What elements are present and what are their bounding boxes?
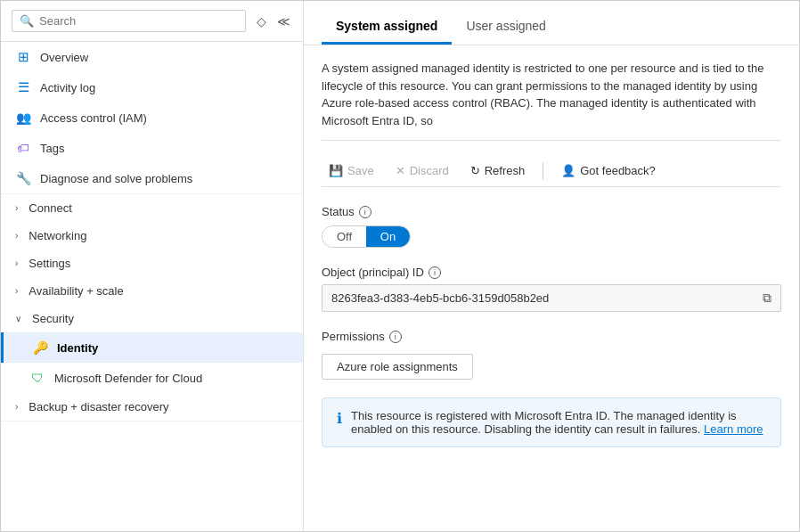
sidebar-item-label: Tags <box>40 142 64 155</box>
status-info-icon[interactable]: i <box>359 206 371 218</box>
toolbar-separator <box>543 162 543 180</box>
sidebar-item-label: Access control (IAM) <box>40 111 147 125</box>
sidebar-item-settings[interactable]: › Settings <box>1 250 303 277</box>
sidebar-actions: ◇ ≪ <box>255 12 292 30</box>
sidebar-item-label: Security <box>32 312 74 325</box>
sidebar-item-overview[interactable]: ⊞ Overview <box>1 42 303 72</box>
sidebar-item-tags[interactable]: 🏷 Tags <box>1 133 303 163</box>
object-id-field: ⧉ <box>322 284 781 312</box>
identity-icon: 🔑 <box>32 340 48 356</box>
feedback-label: Got feedback? <box>580 164 656 177</box>
status-label: Status <box>322 205 355 218</box>
sidebar-item-label: Networking <box>29 229 86 242</box>
info-banner-icon: ℹ <box>337 410 342 427</box>
object-id-label-text: Object (principal) ID <box>322 266 424 279</box>
sidebar-item-diagnose[interactable]: 🔧 Diagnose and solve problems <box>1 163 303 193</box>
permissions-label: Permissions i <box>322 330 781 343</box>
object-id-input[interactable] <box>331 291 755 305</box>
search-input-wrap[interactable]: 🔍 <box>12 10 246 32</box>
search-icon: 🔍 <box>20 14 34 28</box>
discard-icon: ✕ <box>396 164 405 177</box>
toggle-off-option[interactable]: Off <box>322 226 366 247</box>
app-window: 🔍 ◇ ≪ ⊞ Overview ☰ Activity log <box>0 0 800 532</box>
refresh-label: Refresh <box>485 164 526 177</box>
search-bar: 🔍 ◇ ≪ <box>1 1 303 42</box>
object-id-section: Object (principal) ID i ⧉ <box>322 266 781 312</box>
sidebar-item-label: Microsoft Defender for Cloud <box>54 372 202 385</box>
tab-user-assigned[interactable]: User assigned <box>452 12 560 45</box>
sidebar-item-label: Settings <box>29 257 70 270</box>
activity-log-icon: ☰ <box>15 79 31 95</box>
sidebar-item-label: Backup + disaster recovery <box>29 400 168 413</box>
toggle-wrap: Off On <box>322 225 781 248</box>
permissions-label-text: Permissions <box>322 330 385 343</box>
permissions-section: Permissions i Azure role assignments <box>322 330 781 380</box>
sidebar-item-label: Overview <box>40 51 88 64</box>
azure-role-assignments-button[interactable]: Azure role assignments <box>322 354 473 380</box>
content-area: A system assigned managed identity is re… <box>304 45 799 462</box>
nav-section-main: ⊞ Overview ☰ Activity log 👥 Access contr… <box>1 42 303 194</box>
refresh-icon: ↻ <box>470 164 480 177</box>
sidebar-item-security[interactable]: ∨ Security <box>1 305 303 332</box>
chevron-right-icon: › <box>15 402 18 412</box>
refresh-button[interactable]: ↻ Refresh <box>463 160 533 181</box>
discard-button[interactable]: ✕ Discard <box>388 160 456 181</box>
sidebar-item-connect[interactable]: › Connect <box>1 194 303 222</box>
sidebar-item-networking[interactable]: › Networking <box>1 222 303 250</box>
sidebar-item-label: Identity <box>57 341 98 355</box>
chevron-right-icon: › <box>15 203 18 213</box>
chevron-right-icon: › <box>15 258 18 268</box>
discard-label: Discard <box>410 164 449 177</box>
sidebar-item-backup[interactable]: › Backup + disaster recovery <box>1 393 303 421</box>
copy-button[interactable]: ⧉ <box>763 291 771 306</box>
save-label: Save <box>347 164 374 177</box>
tags-icon: 🏷 <box>15 140 31 156</box>
search-input[interactable] <box>39 14 238 28</box>
sidebar-item-identity[interactable]: 🔑 Identity <box>1 332 303 363</box>
sidebar-item-label: Activity log <box>40 81 95 94</box>
info-banner-text: This resource is registered with Microso… <box>351 409 766 436</box>
pin-icon[interactable]: ◇ <box>255 12 268 30</box>
overview-icon: ⊞ <box>15 49 31 65</box>
sidebar-item-label: Diagnose and solve problems <box>40 172 192 185</box>
chevron-down-icon: ∨ <box>15 314 21 323</box>
sidebar-item-label: Connect <box>29 201 71 215</box>
object-id-label: Object (principal) ID i <box>322 266 781 279</box>
defender-icon: 🛡 <box>29 370 45 386</box>
info-banner: ℹ This resource is registered with Micro… <box>322 397 781 447</box>
object-id-info-icon[interactable]: i <box>429 266 441 279</box>
sidebar-item-label: Availability + scale <box>29 284 123 298</box>
save-icon: 💾 <box>329 164 343 177</box>
toggle-on-option[interactable]: On <box>366 226 410 247</box>
learn-more-link[interactable]: Learn more <box>704 422 763 436</box>
tab-system-assigned[interactable]: System assigned <box>322 12 452 45</box>
chevron-right-icon: › <box>15 286 18 296</box>
sidebar-item-iam[interactable]: 👥 Access control (IAM) <box>1 102 303 133</box>
description-text: A system assigned managed identity is re… <box>322 60 781 141</box>
main-content: System assigned User assigned A system a… <box>304 1 799 531</box>
iam-icon: 👥 <box>15 110 31 126</box>
toolbar: 💾 Save ✕ Discard ↻ Refresh 👤 Got feed <box>322 155 781 187</box>
sidebar: 🔍 ◇ ≪ ⊞ Overview ☰ Activity log <box>1 1 304 531</box>
nav-section-expandable: › Connect › Networking › Settings › Avai… <box>1 194 303 422</box>
status-toggle[interactable]: Off On <box>322 225 411 248</box>
permissions-info-icon[interactable]: i <box>389 331 402 343</box>
tabs-bar: System assigned User assigned <box>304 1 799 45</box>
sidebar-item-activity-log[interactable]: ☰ Activity log <box>1 72 303 102</box>
status-section: Status i <box>322 205 781 218</box>
feedback-button[interactable]: 👤 Got feedback? <box>554 160 663 181</box>
save-button[interactable]: 💾 Save <box>322 160 381 181</box>
collapse-icon[interactable]: ≪ <box>275 12 292 30</box>
sidebar-item-defender[interactable]: 🛡 Microsoft Defender for Cloud <box>1 363 303 393</box>
sidebar-item-availability[interactable]: › Availability + scale <box>1 277 303 305</box>
chevron-right-icon: › <box>15 231 18 241</box>
feedback-icon: 👤 <box>561 164 576 177</box>
diagnose-icon: 🔧 <box>15 170 31 186</box>
